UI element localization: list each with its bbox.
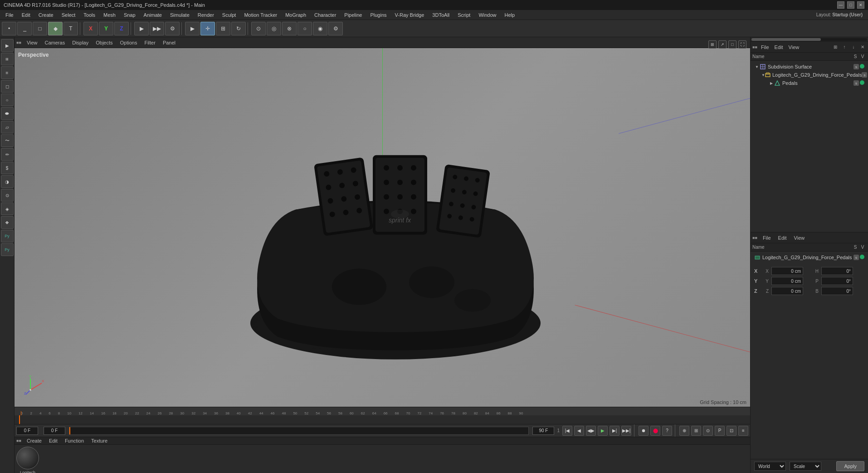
badge-s-pedals[interactable]: s (853, 80, 859, 86)
vp-control-4[interactable]: ⛶ (738, 40, 746, 49)
timeline-track[interactable] (15, 415, 750, 424)
axis-z-button[interactable]: Z (114, 22, 129, 35)
objects-icon-3[interactable]: ↓ (850, 44, 857, 51)
prev-play-button[interactable]: ◀▶ (586, 426, 596, 436)
go-start-button[interactable]: |◀ (562, 426, 572, 436)
prev-frame-button[interactable]: ◀ (574, 426, 584, 436)
attr-edit-menu[interactable]: Edit (776, 234, 789, 241)
menu-script[interactable]: Script (454, 11, 474, 19)
sidebar-tool1[interactable]: ⊙ (1, 189, 14, 202)
menu-window[interactable]: Window (475, 11, 500, 19)
menu-select[interactable]: Select (58, 11, 79, 19)
key-mode-btn6[interactable]: ≡ (738, 426, 748, 436)
menu-sculpt[interactable]: Sculpt (219, 11, 240, 19)
rotate-tool-button[interactable]: ↻ (231, 22, 246, 35)
menu-edit[interactable]: Edit (18, 11, 34, 19)
scroll-track[interactable] (751, 38, 867, 41)
viewport-menu-display[interactable]: Display (70, 39, 90, 46)
next-frame-button[interactable]: ▶| (610, 426, 619, 436)
tree-expand-logitech[interactable]: ▼ (761, 72, 765, 78)
record-active-btn[interactable]: ⬤ (650, 426, 660, 436)
view-tool-1[interactable]: ⊙ (251, 22, 266, 35)
material-menu-texture[interactable]: Texture (89, 437, 109, 444)
material-menu-function[interactable]: Function (63, 437, 86, 444)
minimize-button[interactable]: — (837, 1, 844, 9)
badge-s-logitech[interactable]: s (862, 72, 867, 78)
mode-points-button[interactable]: • (2, 22, 16, 35)
render-settings-button[interactable]: ⚙ (165, 22, 180, 35)
tree-expand-subdivision[interactable]: ▼ (754, 64, 760, 69)
end-frame-input[interactable] (532, 427, 554, 435)
sidebar-sphere[interactable]: ○ (1, 94, 14, 106)
objects-icon-1[interactable]: ⊞ (832, 44, 839, 51)
attr-file-menu[interactable]: File (761, 234, 773, 241)
frame-range-input[interactable] (44, 427, 65, 435)
key-mode-btn3[interactable]: ⊙ (703, 426, 713, 436)
sidebar-python2[interactable]: Py (1, 243, 14, 256)
menu-motion-tracker[interactable]: Motion Tracker (240, 11, 281, 19)
viewport-menu-view[interactable]: View (25, 39, 39, 46)
menu-mograph[interactable]: MoGraph (282, 11, 310, 19)
select-tool-button[interactable]: ▶ (185, 22, 200, 35)
mode-object-button[interactable]: ◆ (48, 22, 63, 35)
move-tool-button[interactable]: ✛ (200, 22, 215, 35)
sidebar-cube[interactable]: ◻ (1, 80, 14, 93)
sidebar-tool3[interactable]: ❖ (1, 216, 14, 229)
sidebar-checkerboard[interactable]: ⊞ (1, 53, 14, 65)
material-ball[interactable] (16, 447, 39, 469)
vp-control-2[interactable]: ↗ (718, 40, 727, 49)
key-mode-btn4[interactable]: P (715, 426, 725, 436)
coord-space-dropdown[interactable]: World Object Local (754, 462, 786, 471)
mode-edges-button[interactable]: ⎯ (17, 22, 32, 35)
menu-render[interactable]: Render (194, 11, 218, 19)
badge-s-subdivision[interactable]: s (853, 64, 859, 69)
go-end-button[interactable]: ▶▶| (621, 426, 631, 436)
sidebar-select[interactable]: ▶ (1, 39, 14, 52)
scale-tool-button[interactable]: ⊞ (216, 22, 230, 35)
sidebar-python1[interactable]: Py (1, 230, 14, 242)
sidebar-tool2[interactable]: ◈ (1, 202, 14, 215)
close-button[interactable]: ✕ (857, 1, 864, 9)
menu-plugins[interactable]: Plugins (366, 11, 390, 19)
menu-help[interactable]: Help (501, 11, 519, 19)
material-menu-create[interactable]: Create (25, 437, 44, 444)
view-tool-5[interactable]: ◉ (313, 22, 327, 35)
vp-control-3[interactable]: □ (728, 40, 736, 49)
menu-simulate[interactable]: Simulate (166, 11, 193, 19)
objects-icon-2[interactable]: ↑ (841, 44, 848, 51)
tree-item-pedals[interactable]: ▶ Pedals s (752, 79, 866, 87)
viewport-menu-options[interactable]: Options (118, 39, 139, 46)
badge-v-pedals[interactable] (860, 80, 864, 85)
axis-x-button[interactable]: X (83, 22, 98, 35)
menu-tools[interactable]: Tools (80, 11, 99, 19)
help-btn[interactable]: ? (662, 426, 672, 436)
play-button[interactable]: ▶ (598, 426, 608, 436)
menu-animate[interactable]: Animate (140, 11, 166, 19)
viewport[interactable]: Perspective (15, 48, 750, 407)
attr-badge-v[interactable] (860, 255, 864, 259)
material-menu-edit[interactable]: Edit (47, 437, 59, 444)
viewport-menu-cameras[interactable]: Cameras (43, 39, 67, 46)
objects-edit-menu[interactable]: Edit (773, 44, 785, 51)
view-tool-2[interactable]: ◎ (267, 22, 281, 35)
menu-3dtoall[interactable]: 3DToAll (429, 11, 453, 19)
mode-texture-button[interactable]: T (63, 22, 78, 35)
coord-y-size[interactable] (821, 277, 853, 285)
menu-create[interactable]: Create (35, 11, 57, 19)
record-btn[interactable]: ⏺ (639, 426, 649, 436)
sidebar-paint[interactable]: ◑ (1, 175, 14, 188)
viewport-menu-objects[interactable]: Objects (94, 39, 114, 46)
menu-file[interactable]: File (2, 11, 17, 19)
coord-scale-dropdown[interactable]: Scale Size (790, 462, 821, 471)
coord-x-pos[interactable] (771, 267, 803, 275)
key-mode-btn2[interactable]: ⊞ (691, 426, 701, 436)
sidebar-tag[interactable]: $ (1, 162, 14, 174)
sidebar-spline[interactable]: 〜 (1, 134, 14, 147)
maximize-button[interactable]: □ (847, 1, 854, 9)
current-frame-input[interactable] (16, 427, 38, 435)
badge-v-subdivision[interactable] (860, 64, 864, 69)
view-tool-3[interactable]: ⊗ (282, 22, 297, 35)
menu-mesh[interactable]: Mesh (100, 11, 119, 19)
viewport-menu-filter[interactable]: Filter (142, 39, 157, 46)
menu-snap[interactable]: Snap (120, 11, 139, 19)
